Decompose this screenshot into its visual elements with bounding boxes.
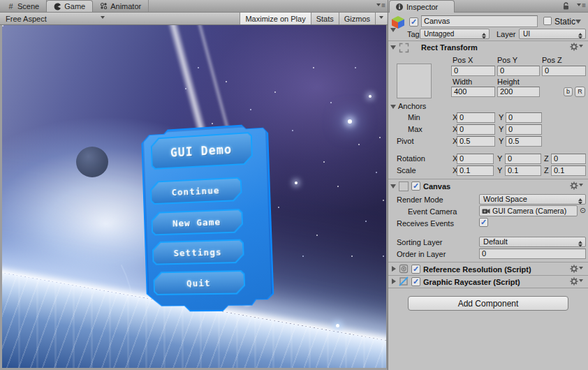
layer-dropdown[interactable]: UI: [519, 29, 586, 39]
canvas-enabled-checkbox[interactable]: ✓: [411, 182, 420, 191]
reference-resolution-gear-icon[interactable]: [570, 265, 583, 273]
tab-scene-label: Scene: [17, 2, 39, 10]
stats-button[interactable]: Stats: [311, 13, 339, 24]
anchors-foldout[interactable]: [390, 105, 396, 112]
maximize-on-play-button[interactable]: Maximize on Play: [240, 13, 310, 24]
settings-button[interactable]: Settings: [152, 239, 244, 265]
view-tabbar: # Scene Game Animator: [0, 0, 388, 13]
toolbar-button-group: Maximize on Play Stats Gizmos: [240, 13, 387, 24]
anchor-preview-box[interactable]: [397, 64, 432, 98]
scale-y-field[interactable]: 0.1: [505, 165, 541, 176]
caret-down-icon: [376, 3, 381, 8]
graphic-raycaster-title: Graphic Raycaster (Script): [423, 278, 520, 286]
pos-x-value: 0: [454, 66, 458, 75]
inspector-pane-menu-icon[interactable]: ≡: [577, 2, 585, 9]
reference-resolution-foldout[interactable]: [392, 266, 399, 272]
tab-game[interactable]: Game: [46, 0, 93, 12]
reference-resolution-checkbox[interactable]: ✓: [411, 265, 420, 274]
gameobject-active-checkbox[interactable]: ✓: [409, 17, 418, 27]
rotation-y-value: 0: [508, 154, 512, 163]
sorting-layer-value: Default: [483, 237, 508, 246]
left-pane-menu-icon[interactable]: ≡: [376, 2, 385, 9]
sorting-layer-dropdown[interactable]: Default: [479, 237, 586, 247]
height-label: Height: [497, 77, 520, 86]
gameobject-name-field[interactable]: Canvas: [421, 15, 538, 27]
pos-y-label: Pos Y: [497, 56, 517, 64]
aspect-dropdown[interactable]: Free Aspect: [0, 13, 110, 24]
tab-inspector-label: Inspector: [406, 3, 438, 11]
width-field[interactable]: 400: [451, 87, 495, 97]
event-camera-value: GUI Camera (Camera): [492, 207, 566, 215]
tab-animator[interactable]: Animator: [93, 0, 149, 12]
canvas-gear-icon[interactable]: [570, 182, 583, 190]
blueprint-label: b: [566, 88, 570, 95]
add-component-button[interactable]: Add Component: [408, 296, 568, 311]
inspector-panel: Inspector ≡ ✓: [388, 0, 588, 370]
canvas-foldout[interactable]: [390, 184, 396, 191]
camera-icon: [482, 208, 490, 214]
axis-y-label: Y: [497, 154, 502, 163]
reference-resolution-icon: [399, 264, 409, 274]
scale-z-field[interactable]: 0.1: [551, 165, 586, 176]
lock-icon[interactable]: [562, 2, 570, 10]
gizmos-dropdown-caret[interactable]: [375, 13, 387, 24]
pos-z-field[interactable]: 0: [542, 66, 586, 76]
event-camera-label: Event Camera: [408, 207, 457, 216]
gizmos-button[interactable]: Gizmos: [339, 13, 375, 24]
left-dock: # Scene Game Animator: [0, 0, 388, 370]
axis-z-label: Z: [544, 154, 549, 163]
checkmark-icon: ✓: [480, 219, 487, 226]
rect-transform-gear-icon[interactable]: [570, 43, 583, 51]
pivot-x-value: 0.5: [460, 137, 470, 145]
anchor-max-y-field[interactable]: 0: [506, 124, 542, 135]
height-field[interactable]: 200: [497, 87, 540, 97]
pivot-x-field[interactable]: 0.5: [457, 136, 495, 147]
axis-y-label: Y: [499, 113, 504, 121]
graphic-raycaster-foldout[interactable]: [392, 279, 399, 284]
separator: [388, 40, 588, 41]
game-view-toolbar: Free Aspect Maximize on Play Stats Gizmo…: [0, 13, 388, 25]
game-pacman-icon: [54, 3, 61, 10]
tag-dropdown[interactable]: Untagged: [420, 29, 490, 39]
info-icon: [395, 3, 404, 11]
static-dropdown-caret[interactable]: [575, 20, 581, 27]
event-camera-object-field[interactable]: GUI Camera (Camera): [479, 205, 578, 216]
pos-x-label: Pos X: [453, 56, 473, 64]
canvas-component-icon: [399, 182, 409, 191]
pivot-y-field[interactable]: 0.5: [506, 136, 542, 147]
rotation-y-field[interactable]: 0: [505, 154, 541, 164]
separator: [388, 179, 588, 179]
scale-z-value: 0.1: [554, 166, 564, 175]
graphic-raycaster-gear-icon[interactable]: [570, 277, 583, 286]
rotation-x-field[interactable]: 0: [457, 154, 494, 164]
pos-z-value: 0: [545, 66, 549, 75]
rotation-x-value: 0: [460, 154, 464, 163]
tab-scene[interactable]: # Scene: [0, 0, 47, 12]
blueprint-mode-button[interactable]: b: [564, 87, 573, 96]
object-picker-icon[interactable]: ⊙: [580, 207, 586, 214]
continue-button[interactable]: Continue: [150, 177, 242, 205]
scene-grid-icon: #: [7, 2, 15, 10]
new-game-button-label: New Game: [152, 210, 242, 234]
receives-events-checkbox[interactable]: ✓: [479, 218, 488, 227]
new-game-button[interactable]: New Game: [151, 209, 243, 235]
pos-x-field[interactable]: 0: [451, 66, 495, 76]
icon-picker-caret[interactable]: [390, 28, 396, 35]
anchor-min-x-field[interactable]: 0: [457, 112, 495, 123]
anchor-min-y-field[interactable]: 0: [506, 112, 542, 123]
tab-inspector[interactable]: Inspector: [389, 0, 455, 13]
scale-x-field[interactable]: 0.1: [457, 165, 494, 176]
rect-transform-foldout[interactable]: [390, 45, 396, 52]
order-in-layer-field[interactable]: 0: [479, 249, 586, 259]
quit-button[interactable]: Quit: [153, 270, 245, 295]
render-mode-dropdown[interactable]: World Space: [479, 194, 586, 205]
rotation-z-field[interactable]: 0: [551, 154, 586, 164]
order-in-layer-label: Order in Layer: [397, 250, 446, 258]
pos-y-field[interactable]: 0: [497, 66, 540, 76]
anchor-max-x-field[interactable]: 0: [457, 124, 495, 135]
raw-edit-mode-button[interactable]: R: [575, 87, 585, 97]
graphic-raycaster-checkbox[interactable]: ✓: [411, 277, 420, 286]
static-checkbox[interactable]: [543, 17, 552, 25]
axis-y-label: Y: [499, 137, 504, 145]
gear-caret: [579, 279, 583, 284]
